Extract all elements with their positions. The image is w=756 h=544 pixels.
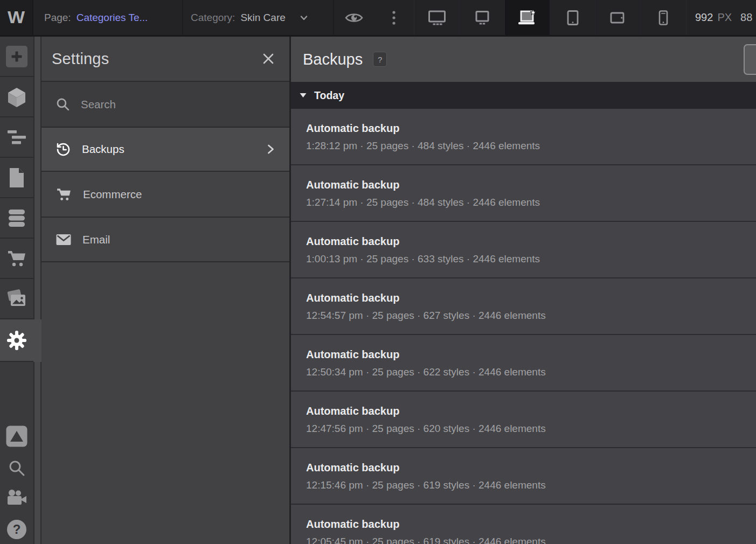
- backup-item-title: Automatic backup: [306, 292, 745, 304]
- settings-panel: Settings Search: [41, 37, 291, 544]
- backup-group-today[interactable]: Today: [291, 82, 756, 109]
- backup-group-label: Today: [314, 89, 344, 102]
- backup-item[interactable]: Automatic backup 12:50:34 pm · 25 pages …: [291, 335, 756, 392]
- settings-item-label: Email: [82, 233, 110, 246]
- category-value: Skin Care: [240, 12, 285, 24]
- breakpoint-laptop-default[interactable]: [505, 0, 550, 35]
- phone-icon: [657, 10, 669, 26]
- images-icon: [6, 289, 27, 309]
- settings-item-search[interactable]: Search: [41, 81, 289, 127]
- backups-panel: Backups ? Today Automatic backup 1:28:12…: [291, 37, 756, 544]
- page-name-link[interactable]: Categories Te...: [77, 12, 148, 24]
- backup-item-meta: 1:27:14 pm · 25 pages · 484 styles · 244…: [306, 197, 745, 208]
- webflow-logo-letter: W: [8, 8, 25, 27]
- database-icon: [7, 208, 26, 228]
- desktop-large-icon: [428, 10, 446, 26]
- canvas-mode-button[interactable]: [5, 425, 28, 448]
- canvas-width-unit: PX: [717, 11, 732, 24]
- cart-icon: [56, 187, 72, 202]
- preview-button[interactable]: [333, 0, 373, 35]
- backup-item-title: Automatic backup: [306, 122, 745, 135]
- canvas-width-value[interactable]: 992: [695, 11, 713, 24]
- canvas-zoom-value[interactable]: 88: [740, 11, 752, 24]
- settings-item-email[interactable]: Email: [41, 217, 289, 262]
- backup-item-meta: 12:47:56 pm · 25 pages · 620 styles · 24…: [306, 423, 745, 435]
- close-icon: [261, 52, 275, 66]
- backup-item-meta: 12:05:45 pm · 25 pages · 619 styles · 24…: [306, 536, 745, 544]
- add-element-button[interactable]: [0, 37, 33, 77]
- assets-button[interactable]: [0, 279, 33, 319]
- settings-item-ecommerce[interactable]: Ecommerce: [41, 171, 289, 217]
- settings-item-label: Search: [81, 98, 116, 111]
- help-button[interactable]: ?: [5, 518, 28, 541]
- webflow-logo[interactable]: W: [0, 0, 33, 35]
- envelope-icon: [56, 233, 72, 246]
- backups-help-badge[interactable]: ?: [373, 52, 387, 67]
- gear-icon: [6, 330, 27, 351]
- cart-icon: [6, 249, 27, 268]
- backup-item[interactable]: Automatic backup 1:27:14 pm · 25 pages ·…: [291, 165, 756, 222]
- magnifier-icon: [8, 459, 26, 477]
- rail-spacer: [0, 362, 33, 425]
- left-toolbar: ?: [0, 37, 34, 544]
- cms-button[interactable]: [0, 198, 33, 239]
- backup-item-title: Automatic backup: [306, 405, 745, 417]
- laptop-star-icon: [517, 9, 538, 27]
- settings-item-label: Ecommerce: [83, 188, 142, 201]
- history-icon: [56, 142, 71, 157]
- breakpoint-desktop-large[interactable]: [414, 0, 460, 35]
- breakpoint-tablet-landscape[interactable]: [595, 0, 641, 35]
- page-label: Page:: [44, 12, 71, 24]
- backup-item-title: Automatic backup: [306, 518, 745, 531]
- cutoff-edge-button[interactable]: [744, 44, 756, 75]
- backup-item[interactable]: Automatic backup 1:28:12 pm · 25 pages ·…: [291, 109, 756, 165]
- settings-close-button[interactable]: [261, 52, 275, 66]
- rail-bottom-group: ?: [0, 425, 33, 544]
- webflow-designer: W Page: Categories Te... Category: Skin …: [0, 0, 756, 544]
- plus-icon: [5, 45, 28, 68]
- page-breadcrumb[interactable]: Page: Categories Te...: [33, 0, 182, 35]
- eye-icon: [345, 11, 363, 24]
- triangle-button-icon: [5, 425, 28, 448]
- kebab-menu-icon: [392, 10, 396, 25]
- backup-item[interactable]: Automatic backup 12:47:56 pm · 25 pages …: [291, 392, 756, 448]
- tablet-landscape-icon: [609, 11, 627, 25]
- breakpoint-desktop[interactable]: [460, 0, 505, 35]
- pages-button[interactable]: [0, 158, 33, 198]
- backup-item[interactable]: Automatic backup 1:00:13 pm · 25 pages ·…: [291, 222, 756, 278]
- backup-item-meta: 12:54:57 pm · 25 pages · 627 styles · 24…: [306, 310, 745, 322]
- ecommerce-button[interactable]: [0, 239, 33, 279]
- cube-icon: [6, 86, 27, 108]
- category-dropdown[interactable]: Category: Skin Care: [182, 0, 333, 35]
- chevron-right-icon: [265, 143, 276, 155]
- find-button[interactable]: [8, 459, 26, 477]
- question-mark-icon: ?: [5, 518, 28, 541]
- canvas-size-readout: 992 PX 88: [686, 0, 756, 35]
- main-area: ? Settings Search: [0, 37, 756, 544]
- backup-item-title: Automatic backup: [306, 462, 745, 474]
- backup-list: Automatic backup 1:28:12 pm · 25 pages ·…: [291, 109, 756, 544]
- video-camera-icon: [6, 489, 27, 507]
- backup-item[interactable]: Automatic backup 12:15:46 pm · 25 pages …: [291, 448, 756, 505]
- components-button[interactable]: [0, 77, 33, 117]
- backup-item-title: Automatic backup: [306, 235, 745, 248]
- backup-item[interactable]: Automatic backup 12:54:57 pm · 25 pages …: [291, 278, 756, 335]
- settings-button-active[interactable]: [0, 319, 33, 362]
- more-menu-button[interactable]: [373, 0, 414, 35]
- backup-item-meta: 1:00:13 pm · 25 pages · 633 styles · 244…: [306, 253, 745, 265]
- backup-item-title: Automatic backup: [306, 348, 745, 361]
- page-icon: [8, 167, 26, 189]
- settings-title: Settings: [52, 50, 109, 68]
- backup-item-meta: 12:15:46 pm · 25 pages · 619 styles · 24…: [306, 479, 745, 491]
- navigator-button[interactable]: [0, 117, 33, 158]
- video-tutorials-button[interactable]: [6, 489, 27, 507]
- backups-panel-header: Backups ?: [291, 37, 756, 82]
- backup-item[interactable]: Automatic backup 12:05:45 pm · 25 pages …: [291, 505, 756, 544]
- backups-title: Backups: [303, 51, 363, 68]
- breakpoint-switcher: [414, 0, 686, 35]
- category-label: Category:: [191, 12, 235, 24]
- breakpoint-phone[interactable]: [641, 0, 686, 35]
- breakpoint-tablet[interactable]: [550, 0, 595, 35]
- desktop-icon: [474, 10, 490, 26]
- settings-item-backups[interactable]: Backups: [41, 127, 289, 171]
